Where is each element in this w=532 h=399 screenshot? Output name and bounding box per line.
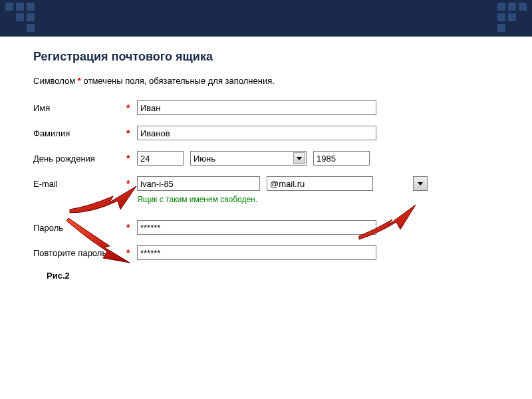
label-email: E-mail <box>33 179 126 189</box>
header-bar <box>0 0 532 37</box>
password-input[interactable]: ****** <box>137 220 376 235</box>
birthday-year-input[interactable]: 1985 <box>313 151 370 166</box>
birthday-month-select[interactable]: Июнь <box>190 151 307 166</box>
email-domain-select[interactable]: @mail.ru <box>267 176 373 191</box>
page-title: Регистрация почтового ящика <box>33 50 512 64</box>
figure-caption: Рис.2 <box>47 271 512 281</box>
required-fields-hint: Символом * отмечены поля, обязательные д… <box>33 76 512 86</box>
chevron-down-icon[interactable] <box>413 176 428 191</box>
row-surname: Фамилия * Иванов <box>33 126 512 140</box>
required-marker: * <box>126 222 137 233</box>
required-marker: * <box>126 178 137 189</box>
decorative-grid-right <box>497 3 527 32</box>
row-name: Имя * Иван <box>33 100 512 115</box>
name-input[interactable]: Иван <box>137 100 376 115</box>
label-birthday: День рождения <box>33 154 126 164</box>
row-email: E-mail * ivan-i-85 @mail.ru <box>33 176 512 191</box>
birthday-day-input[interactable]: 24 <box>137 151 184 166</box>
row-birthday: День рождения * 24 Июнь 1985 <box>33 151 512 166</box>
email-available-status: Ящик с таким именем свободен. <box>137 195 512 204</box>
email-input[interactable]: ivan-i-85 <box>137 176 260 191</box>
required-marker: * <box>126 153 137 164</box>
decorative-grid-left <box>5 3 35 32</box>
required-marker: * <box>126 247 137 258</box>
chevron-down-icon[interactable] <box>293 152 305 164</box>
hint-prefix: Символом <box>33 76 78 86</box>
hint-suffix: отмечены поля, обязательные для заполнен… <box>81 76 275 86</box>
label-surname: Фамилия <box>33 128 126 138</box>
label-password-confirm: Повторите пароль <box>33 248 126 258</box>
label-name: Имя <box>33 103 126 113</box>
row-password: Пароль * ****** <box>33 220 512 235</box>
required-marker: * <box>126 128 137 138</box>
surname-input[interactable]: Иванов <box>137 126 376 140</box>
label-password: Пароль <box>33 223 126 233</box>
password-confirm-input[interactable]: ****** <box>137 245 376 260</box>
required-marker: * <box>126 102 137 113</box>
content-area: Регистрация почтового ящика Символом * о… <box>0 37 532 287</box>
row-password-confirm: Повторите пароль * ****** <box>33 245 512 260</box>
